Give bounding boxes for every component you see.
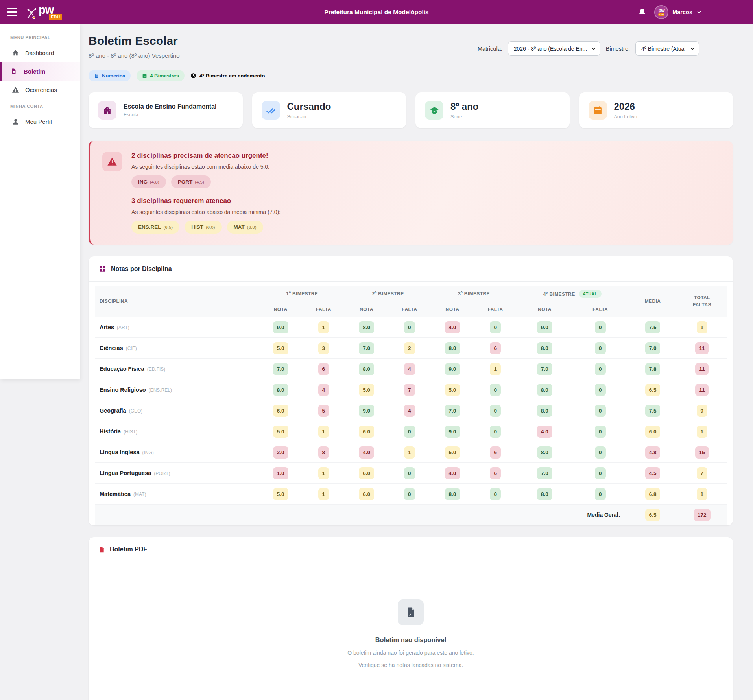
- page-title: Boletim Escolar: [89, 34, 180, 48]
- total-faltas-badge: 11: [695, 363, 709, 375]
- falta-badge: 3: [318, 342, 329, 354]
- attention-alert: 2 disciplinas precisam de atencao urgent…: [89, 141, 733, 245]
- discipline-code: (HIST): [124, 429, 137, 435]
- sidebar: MENU PRINCIPAL Dashboard Boletim Ocorren…: [0, 24, 80, 379]
- discipline-chip-code: PORT: [178, 179, 193, 185]
- nota-badge: 8.0: [537, 342, 552, 354]
- subcolumn-falta: FALTA: [388, 302, 431, 317]
- column-header-disciplina: DISCIPLINA: [95, 286, 259, 317]
- falta-badge: 1: [404, 446, 415, 459]
- card-label: Serie: [450, 114, 478, 120]
- grades-panel: Notas por Disciplina DISCIPLINA 1º BIMES…: [89, 256, 733, 525]
- subcolumn-falta: FALTA: [572, 302, 628, 317]
- falta-badge: 4: [404, 405, 415, 417]
- falta-badge: 1: [318, 488, 329, 500]
- falta-badge: 1: [318, 467, 329, 479]
- sidebar-item-boletim[interactable]: Boletim: [0, 62, 80, 81]
- nota-badge: 7.0: [359, 342, 374, 354]
- pdf-empty-line1: O boletim ainda nao foi gerado para este…: [89, 650, 733, 656]
- molecule-icon: [26, 7, 38, 20]
- user-name: Marcos: [672, 9, 692, 15]
- warning-triangle-icon: [12, 86, 19, 94]
- sidebar-item-label: Ocorrencias: [25, 87, 57, 93]
- school-icon: [98, 101, 116, 120]
- falta-badge: 1: [318, 321, 329, 333]
- avatar: pwEDU: [654, 5, 668, 19]
- nota-badge: 4.0: [445, 321, 460, 333]
- sidebar-item-label: Meu Perfil: [25, 118, 52, 125]
- nota-badge: 8.0: [359, 321, 374, 333]
- calculator-icon: [94, 73, 99, 79]
- menu-toggle-icon[interactable]: [7, 6, 17, 18]
- discipline-chip-value: (6.0): [206, 225, 215, 230]
- user-menu[interactable]: pwEDU Marcos: [654, 5, 702, 19]
- falta-badge: 8: [318, 446, 329, 459]
- pdf-panel: Boletim PDF Boletim nao disponivel O bol…: [89, 537, 733, 700]
- total-faltas-badge: 9: [697, 405, 708, 417]
- falta-badge: 1: [318, 426, 329, 438]
- media-badge: 6.5: [645, 384, 661, 396]
- discipline-name: Ciências: [100, 345, 123, 351]
- sidebar-item-label: Dashboard: [25, 50, 54, 56]
- bimestre-label: Bimestre:: [606, 46, 630, 52]
- nota-badge: 9.0: [445, 363, 460, 375]
- nota-badge: 4.0: [445, 467, 460, 479]
- falta-badge: 0: [490, 405, 501, 417]
- sidebar-item-dashboard[interactable]: Dashboard: [0, 44, 80, 62]
- media-badge: 7.0: [645, 342, 661, 354]
- discipline-name: História: [100, 428, 121, 435]
- discipline-chip-code: ING: [138, 179, 148, 185]
- nota-badge: 1.0: [273, 467, 288, 479]
- discipline-chip-value: (4.8): [150, 180, 159, 184]
- pwedu-logo[interactable]: pw EDU: [26, 4, 62, 20]
- discipline-chip-code: HIST: [191, 224, 203, 230]
- numerica-badge: Numerica: [89, 70, 131, 81]
- total-faltas-badge: 11: [695, 384, 709, 396]
- discipline-name: Matemática: [100, 491, 131, 497]
- discipline-name: Geografia: [100, 407, 126, 414]
- nota-badge: 4.0: [359, 446, 374, 459]
- person-icon: [12, 118, 19, 125]
- falta-badge: 6: [490, 342, 501, 354]
- alert-triangle-icon: [102, 152, 122, 171]
- pdf-file-icon: [99, 546, 105, 553]
- nota-badge: 7.0: [445, 405, 460, 417]
- nota-badge: 9.0: [445, 426, 460, 438]
- column-header-bimestre-1: 1º BIMESTRE: [259, 286, 345, 302]
- sidebar-section-account: MINHA CONTA: [0, 99, 80, 112]
- matricula-select[interactable]: 2026 - 8º ano (Escola de En...): [508, 41, 600, 56]
- alert-title-urgent: 2 disciplinas precisam de atencao urgent…: [131, 152, 281, 160]
- sidebar-item-meu-perfil[interactable]: Meu Perfil: [0, 112, 80, 131]
- sidebar-item-ocorrencias[interactable]: Ocorrencias: [0, 81, 80, 99]
- graduation-cap-icon: [425, 101, 443, 120]
- table-row: Matemática(MAT) 5.0 1 6.0 0 8.0 0 8.0 0 …: [95, 484, 727, 505]
- notifications-bell-icon[interactable]: [638, 8, 646, 17]
- card-escola: Escola de Ensino Fundamental Escola: [89, 92, 243, 128]
- home-icon: [12, 49, 19, 57]
- main-content: Boletim Escolar 8º ano - 8º ano (8º ano)…: [89, 24, 733, 700]
- nota-badge: 5.0: [273, 488, 288, 500]
- nota-badge: 2.0: [273, 446, 288, 459]
- app-title: Prefeitura Municipal de Modelópolis: [324, 9, 428, 16]
- urgent-discipline-chips: ING (4.8) PORT (4.5): [131, 175, 281, 188]
- nota-badge: 5.0: [359, 384, 374, 396]
- alert-title-warning: 3 disciplinas requerem atencao: [131, 197, 281, 205]
- falta-badge: 0: [595, 426, 606, 438]
- falta-badge: 6: [490, 467, 501, 479]
- bimestre-select[interactable]: 4º Bimestre (Atual): [635, 41, 699, 56]
- media-geral-value: 6.5: [645, 509, 661, 521]
- discipline-code: (MAT): [133, 492, 146, 497]
- card-value: Cursando: [287, 101, 331, 112]
- alert-desc-urgent: As seguintes disciplinas estao com media…: [131, 164, 281, 170]
- nota-badge: 8.0: [445, 488, 460, 500]
- discipline-name: Língua Inglesa: [100, 449, 140, 455]
- discipline-code: (ART): [117, 325, 129, 330]
- nota-badge: 4.0: [537, 426, 552, 438]
- column-header-bimestre-3: 3º BIMESTRE: [431, 286, 517, 302]
- discipline-chip: ENS.REL (6.5): [131, 221, 179, 234]
- discipline-chip: MAT (6.8): [227, 221, 263, 234]
- nota-badge: 8.0: [273, 384, 288, 396]
- nota-badge: 6.0: [359, 467, 374, 479]
- subcolumn-nota: NOTA: [345, 302, 388, 317]
- discipline-code: (PORT): [154, 471, 170, 476]
